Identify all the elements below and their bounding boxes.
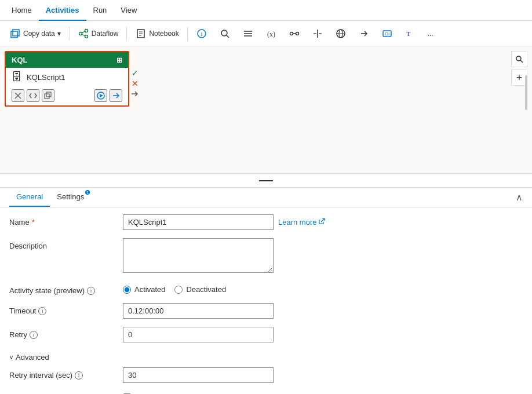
arrow-icon — [358, 28, 370, 39]
pipeline-canvas: KQL ⊞ 🗄 KQLScript1 — [0, 46, 532, 174]
svg-point-2 — [79, 32, 82, 35]
svg-text:(x): (x) — [267, 30, 275, 38]
more-button[interactable]: ... — [423, 27, 438, 40]
timeout-row: Timeout i — [9, 303, 523, 319]
teams-icon: T — [405, 28, 416, 39]
separator-1 — [69, 27, 70, 41]
activity-state-info-icon[interactable]: i — [87, 287, 95, 295]
svg-rect-1 — [13, 30, 19, 36]
name-input[interactable] — [123, 214, 274, 230]
advanced-chevron-icon: ∨ — [9, 354, 13, 360]
nav-run[interactable]: Run — [86, 0, 114, 21]
canvas-scrollbar[interactable] — [525, 75, 527, 110]
search-button[interactable] — [214, 25, 235, 42]
svg-point-4 — [85, 35, 88, 38]
description-row: Description — [9, 238, 523, 275]
kql-node[interactable]: KQL ⊞ 🗄 KQLScript1 — [5, 51, 129, 107]
tabs-bar: General Settings 1 ∧ — [0, 188, 532, 207]
outlook-button[interactable]: Oi — [377, 25, 398, 42]
tab-settings-label: Settings — [57, 192, 84, 201]
top-navigation: Home Activities Run View — [0, 0, 532, 21]
kql-status-check: ✓ — [132, 68, 139, 78]
arrow-button[interactable] — [354, 25, 374, 42]
retry-info-icon[interactable]: i — [30, 331, 38, 339]
retry-control — [123, 327, 523, 342]
notebook-button[interactable]: Notebook — [130, 25, 183, 42]
svg-point-19 — [290, 32, 293, 35]
name-required: * — [32, 218, 35, 227]
activated-radio[interactable] — [123, 286, 131, 294]
kql-delete-button[interactable] — [12, 89, 24, 102]
learn-more-link[interactable]: Learn more — [278, 218, 325, 227]
split-button[interactable] — [307, 25, 328, 42]
svg-line-38 — [520, 60, 523, 63]
kql-node-actions — [6, 87, 128, 105]
nav-home[interactable]: Home — [5, 0, 39, 21]
svg-text:i: i — [201, 31, 202, 37]
toolbar: Copy data ▾ Dataflow Notebook i (x) — [0, 21, 532, 46]
globe-button[interactable] — [330, 25, 351, 42]
kql-arrow-button[interactable] — [110, 89, 122, 102]
kql-code-button[interactable] — [27, 89, 39, 102]
timeout-input[interactable] — [123, 303, 274, 319]
settings-badge: 1 — [85, 190, 90, 195]
nav-view[interactable]: View — [114, 0, 144, 21]
name-label: Name * — [9, 214, 114, 227]
description-label: Description — [9, 238, 114, 250]
retry-interval-input[interactable] — [123, 367, 274, 383]
collapse-bar[interactable] — [0, 174, 532, 188]
retry-interval-info-icon[interactable]: i — [75, 371, 83, 380]
activity-state-control: Activated Deactivated — [123, 283, 523, 294]
kql-run-button[interactable] — [94, 89, 107, 102]
timeout-control — [123, 303, 523, 319]
info-button[interactable]: i — [191, 25, 212, 42]
svg-text:Oi: Oi — [385, 31, 389, 37]
copy-data-button[interactable]: Copy data ▾ — [5, 25, 65, 42]
secure-output-row: Secure output i — [9, 391, 523, 394]
variable-button[interactable]: (x) — [261, 25, 282, 42]
retry-interval-label: Retry interval (sec) i — [9, 367, 114, 380]
kql-copy-button[interactable] — [42, 89, 54, 102]
tab-general[interactable]: General — [9, 188, 50, 207]
svg-rect-34 — [46, 92, 51, 97]
teams-button[interactable]: T — [400, 25, 421, 42]
copy-data-icon — [9, 28, 21, 39]
form-area: Name * Learn more Description — [0, 207, 532, 394]
kql-node-header: KQL ⊞ — [6, 52, 128, 68]
globe-icon — [335, 28, 347, 39]
retry-row: Retry i — [9, 327, 523, 342]
kql-node-body: 🗄 KQLScript1 — [6, 68, 128, 87]
activity-state-radio-group: Activated Deactivated — [123, 283, 523, 294]
panel-collapse-button[interactable]: ∧ — [516, 192, 523, 203]
tab-settings[interactable]: Settings 1 — [50, 188, 91, 207]
svg-rect-0 — [11, 31, 17, 38]
deactivated-radio[interactable] — [174, 286, 183, 294]
retry-input[interactable] — [123, 327, 274, 342]
advanced-toggle[interactable]: ∨ Advanced — [9, 351, 523, 367]
description-input[interactable] — [123, 238, 274, 273]
svg-marker-36 — [100, 94, 103, 97]
deactivated-radio-label[interactable]: Deactivated — [174, 285, 226, 294]
kql-status-indicators: ✓ ✕ — [132, 68, 139, 88]
external-link-icon — [318, 218, 325, 227]
description-control — [123, 238, 523, 275]
timeout-info-icon[interactable]: i — [38, 307, 46, 315]
retry-interval-control — [123, 367, 523, 383]
kql-node-drag[interactable]: ⊞ — [116, 56, 122, 64]
activated-radio-label[interactable]: Activated — [123, 285, 165, 294]
kql-arrow-right — [130, 90, 139, 100]
copy-data-chevron: ▾ — [57, 30, 61, 38]
canvas-search-button[interactable] — [511, 51, 527, 67]
tab-general-label: General — [16, 192, 43, 201]
notebook-icon — [135, 28, 147, 39]
timeout-label: Timeout i — [9, 303, 114, 315]
info-icon: i — [196, 28, 207, 39]
dataflow-label: Dataflow — [92, 30, 119, 38]
name-row: Name * Learn more — [9, 214, 523, 230]
pipeline-button[interactable] — [284, 25, 305, 42]
dataflow-button[interactable]: Dataflow — [73, 25, 123, 42]
lines-button[interactable] — [238, 25, 258, 42]
retry-label: Retry i — [9, 327, 114, 339]
svg-point-13 — [221, 30, 227, 36]
nav-activities[interactable]: Activities — [39, 0, 86, 21]
